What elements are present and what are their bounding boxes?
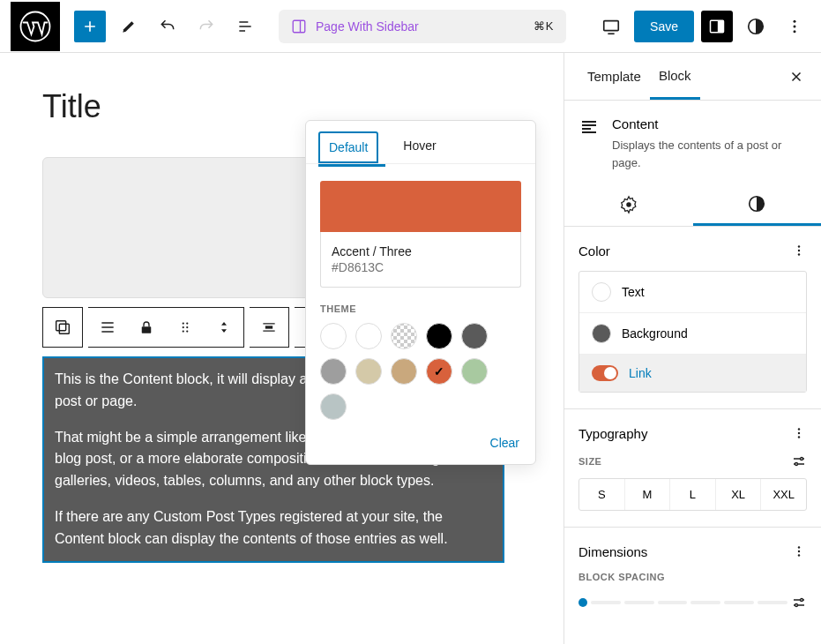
swatch-white-2[interactable]: [355, 323, 382, 349]
pencil-icon: [120, 18, 138, 35]
typography-panel: Typography SIZE S M L XL XXL: [564, 409, 821, 528]
move-button[interactable]: [205, 308, 243, 347]
desktop-icon: [601, 17, 621, 36]
swatch-black[interactable]: [426, 323, 452, 349]
view-button[interactable]: [595, 11, 627, 42]
swatch-sand[interactable]: [355, 358, 382, 385]
undo-button[interactable]: [152, 11, 183, 42]
svg-rect-10: [59, 324, 69, 333]
styles-button[interactable]: [740, 11, 772, 42]
options-button[interactable]: [779, 11, 810, 42]
typography-panel-menu[interactable]: [791, 425, 807, 441]
svg-point-6: [794, 19, 796, 22]
dimensions-panel-title: Dimensions: [578, 544, 647, 559]
align-button[interactable]: [88, 308, 127, 347]
svg-point-7: [794, 25, 796, 27]
content-paragraph: If there are any Custom Post Types regis…: [55, 506, 492, 550]
color-popover: Default Hover Accent / Three #D8613C THE…: [305, 120, 536, 465]
block-info: Content Displays the contents of a post …: [564, 101, 821, 183]
svg-point-30: [801, 458, 803, 461]
layout-icon: [291, 19, 307, 34]
svg-rect-9: [56, 321, 66, 331]
document-overview-button[interactable]: [229, 11, 261, 42]
subtab-styles[interactable]: [693, 183, 822, 226]
svg-point-13: [186, 322, 188, 324]
dimensions-panel-menu[interactable]: [791, 543, 807, 559]
size-xxl[interactable]: XXL: [760, 479, 806, 510]
content-icon: [578, 116, 600, 171]
tab-default[interactable]: Default: [318, 131, 378, 163]
close-sidebar-button[interactable]: [786, 66, 807, 87]
svg-point-31: [795, 463, 798, 466]
tab-hover[interactable]: Hover: [394, 131, 444, 163]
add-block-button[interactable]: [74, 11, 106, 42]
wordpress-icon: [19, 11, 51, 42]
svg-point-14: [183, 326, 184, 328]
color-panel-menu[interactable]: [791, 243, 807, 258]
redo-button[interactable]: [190, 11, 222, 42]
block-type-button[interactable]: [43, 308, 82, 347]
selected-swatch-preview[interactable]: [320, 181, 521, 232]
swatch-sage[interactable]: [461, 358, 488, 385]
color-row-text[interactable]: Text: [579, 272, 806, 312]
color-row-background[interactable]: Background: [579, 312, 806, 354]
redo-icon: [198, 18, 215, 35]
wordpress-logo[interactable]: [11, 2, 60, 51]
theme-section-label: THEME: [320, 303, 521, 314]
page-title-pill[interactable]: Page With Sidebar ⌘K: [279, 10, 566, 43]
subtab-settings[interactable]: [564, 183, 693, 226]
swatch-transparent[interactable]: [391, 323, 417, 349]
swatch-name: Accent / Three: [332, 244, 510, 258]
clear-color-button[interactable]: Clear: [306, 420, 535, 464]
swatch-gray[interactable]: [320, 358, 347, 385]
svg-point-26: [798, 253, 800, 255]
edit-button[interactable]: [113, 11, 145, 42]
main-area: Title: [0, 53, 821, 644]
theme-swatches: [306, 323, 535, 420]
swatch-slate[interactable]: [320, 393, 347, 420]
link-color-dot: [592, 365, 618, 381]
bg-color-label: Background: [622, 326, 688, 341]
svg-point-15: [186, 326, 188, 328]
slider-thumb[interactable]: [578, 598, 587, 607]
svg-point-25: [798, 250, 800, 251]
swatch-white-1[interactable]: [320, 323, 347, 349]
sidebar-tabs: Template Block: [564, 53, 821, 101]
lock-icon: [138, 319, 154, 335]
svg-point-29: [798, 436, 800, 438]
save-button[interactable]: Save: [634, 11, 694, 42]
svg-rect-2: [604, 20, 619, 30]
contrast-icon: [746, 17, 765, 36]
color-row-link[interactable]: Link: [579, 354, 806, 392]
size-label: SIZE: [578, 456, 601, 467]
lock-button[interactable]: [127, 308, 166, 347]
svg-point-35: [800, 599, 802, 602]
text-color-dot: [592, 282, 611, 302]
svg-point-0: [21, 11, 50, 41]
size-l[interactable]: L: [669, 479, 715, 510]
swatch-gray-dark[interactable]: [461, 323, 488, 349]
popover-tabs: Default Hover: [306, 121, 535, 164]
drag-handle[interactable]: [166, 308, 205, 347]
text-color-label: Text: [622, 285, 645, 299]
link-color-label: Link: [629, 366, 652, 380]
settings-sidebar-toggle[interactable]: [701, 11, 733, 42]
color-panel-title: Color: [578, 243, 610, 258]
drag-icon: [177, 319, 193, 335]
dimensions-panel: Dimensions BLOCK SPACING: [564, 528, 821, 626]
swatch-tan[interactable]: [391, 358, 417, 385]
settings-icon[interactable]: [791, 595, 807, 610]
tab-template[interactable]: Template: [578, 55, 650, 98]
settings-icon[interactable]: [791, 453, 807, 469]
svg-point-32: [798, 546, 800, 548]
list-icon: [236, 18, 254, 35]
tab-block[interactable]: Block: [650, 54, 700, 100]
svg-point-12: [183, 322, 184, 324]
size-m[interactable]: M: [624, 479, 670, 510]
width-button[interactable]: [250, 308, 288, 347]
size-xl[interactable]: XL: [715, 479, 761, 510]
size-s[interactable]: S: [579, 479, 624, 510]
swatch-accent-three[interactable]: [426, 358, 452, 385]
block-spacing-slider[interactable]: [578, 595, 807, 610]
svg-point-16: [183, 330, 184, 332]
